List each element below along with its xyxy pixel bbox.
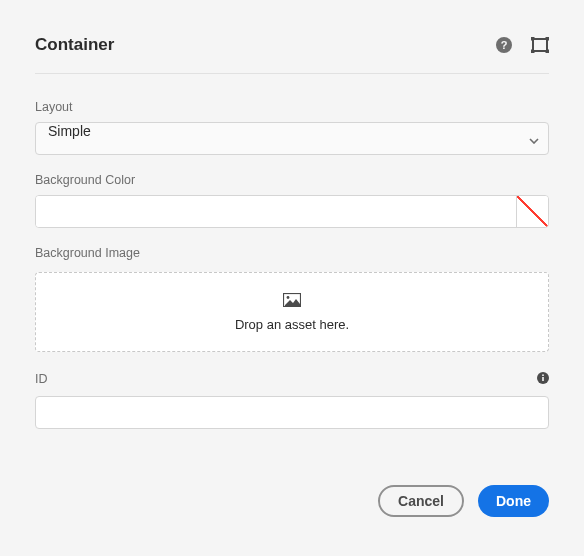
layout-select-wrap: Simple [35, 122, 549, 155]
cancel-button[interactable]: Cancel [378, 485, 464, 517]
background-color-input[interactable] [36, 196, 516, 227]
layout-label: Layout [35, 100, 549, 114]
done-button[interactable]: Done [478, 485, 549, 517]
svg-text:?: ? [501, 39, 508, 51]
id-input[interactable] [35, 396, 549, 429]
fullscreen-icon[interactable] [531, 36, 549, 54]
background-color-label: Background Color [35, 173, 549, 187]
svg-point-8 [287, 296, 290, 299]
dialog-header: Container ? [35, 35, 549, 74]
background-image-label: Background Image [35, 246, 549, 260]
color-swatch-none[interactable] [516, 196, 548, 227]
svg-rect-2 [533, 39, 547, 51]
image-icon [283, 293, 301, 311]
dialog-footer: Cancel Done [35, 485, 549, 517]
id-field: ID [35, 370, 549, 429]
dropzone-text: Drop an asset here. [235, 317, 349, 332]
background-color-field: Background Color [35, 173, 549, 228]
header-actions: ? [495, 36, 549, 54]
svg-rect-10 [542, 377, 544, 381]
info-icon[interactable] [537, 370, 549, 388]
help-icon[interactable]: ? [495, 36, 513, 54]
container-dialog: Container ? Layout Simple Background Col… [0, 0, 584, 547]
id-label-row: ID [35, 370, 549, 388]
background-image-field: Background Image Drop an asset here. [35, 246, 549, 352]
layout-select[interactable]: Simple [35, 122, 549, 155]
id-label: ID [35, 372, 48, 386]
background-color-input-wrap [35, 195, 549, 228]
layout-field: Layout Simple [35, 100, 549, 155]
dialog-title: Container [35, 35, 114, 55]
svg-point-11 [542, 374, 544, 376]
asset-dropzone[interactable]: Drop an asset here. [35, 272, 549, 352]
